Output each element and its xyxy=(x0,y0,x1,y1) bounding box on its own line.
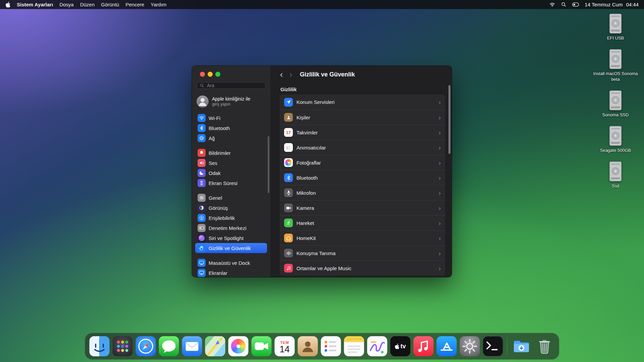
sidebar-item[interactable]: Bildirimler xyxy=(195,148,267,158)
dock-item[interactable] xyxy=(535,336,555,356)
drive-label: Install macOS Sonoma beta xyxy=(590,71,641,82)
dock-item[interactable] xyxy=(437,336,457,356)
page-title: Gizlilik ve Güvenlik xyxy=(300,71,355,78)
sidebar-item[interactable]: Siri ve Spotlight xyxy=(195,233,267,243)
menubar-clock[interactable]: 14 Temmuz Cum 04:44 xyxy=(585,2,639,7)
facetime-icon xyxy=(252,336,272,356)
chevron-right-icon: › xyxy=(439,129,441,136)
menu-item[interactable]: Dosya xyxy=(59,2,74,7)
desktop: Sistem Ayarları Dosya Düzen Görüntü Penc… xyxy=(0,0,644,362)
menu-item[interactable]: Düzen xyxy=(80,2,95,7)
dock-item[interactable] xyxy=(506,337,508,355)
menu-item[interactable]: Yardım xyxy=(151,2,166,7)
content-scrollbar[interactable] xyxy=(448,85,450,154)
photos-app-icon xyxy=(228,336,249,356)
desktop-drive[interactable]: EFI USB xyxy=(590,13,641,41)
sidebar-scrollbar[interactable] xyxy=(268,136,269,193)
sidebar-item[interactable]: Genel xyxy=(195,193,267,203)
dock-item[interactable] xyxy=(113,336,133,356)
privacy-row-label: Takvimler xyxy=(297,130,318,135)
menu-item[interactable]: Sistem Ayarları xyxy=(17,2,53,7)
menu-item[interactable]: Görüntü xyxy=(101,2,119,7)
privacy-row-label: HomeKit xyxy=(297,235,316,241)
desktop-drive[interactable]: Seagate 500GB xyxy=(590,126,641,153)
dock-item[interactable] xyxy=(460,336,480,356)
drive-label: Seagate 500GB xyxy=(600,148,631,153)
privacy-row[interactable]: Konum Servisleri › xyxy=(280,95,445,110)
sidebar-item[interactable]: Gizlilik ve Güvenlik xyxy=(195,243,267,253)
desktop-drive[interactable]: Ssd xyxy=(590,161,641,189)
dock-item[interactable] xyxy=(298,336,318,356)
privacy-row[interactable]: Fotoğraflar › xyxy=(280,155,445,170)
sidebar-list: Wi-Fi Bluetooth Ağ Bildirimler xyxy=(192,113,270,277)
drive-icon xyxy=(606,161,625,182)
row-disclosure: › xyxy=(439,205,441,211)
sidebar-item[interactable]: Denetim Merkezi xyxy=(195,223,267,233)
desktop-drive[interactable]: Sonoma SSD xyxy=(590,90,641,118)
sidebar-item[interactable]: Ağ xyxy=(195,133,267,143)
menu-item[interactable]: Pencere xyxy=(125,2,144,7)
chevron-right-icon: › xyxy=(439,114,441,121)
wifi-status[interactable] xyxy=(549,2,555,7)
search-input[interactable] xyxy=(206,82,263,88)
dock-item[interactable]: tv xyxy=(390,336,411,356)
zoom-button[interactable] xyxy=(215,72,220,77)
speech-icon xyxy=(284,249,293,257)
dock-item[interactable] xyxy=(90,336,110,356)
sidebar-item[interactable]: Ekranlar xyxy=(195,268,267,277)
dock-item[interactable] xyxy=(483,336,503,356)
dock-item[interactable] xyxy=(321,336,341,356)
sidebar-item[interactable]: Ekran Süresi xyxy=(195,178,267,188)
sidebar-item[interactable]: Erişilebilirlik xyxy=(195,213,267,223)
sidebar-item[interactable]: Bluetooth xyxy=(195,123,267,133)
sidebar-item[interactable]: Masaüstü ve Dock xyxy=(195,258,267,268)
dock-item[interactable] xyxy=(367,336,387,356)
dock-item[interactable]: TEM14 xyxy=(275,336,295,356)
display-icon xyxy=(198,269,206,277)
row-disclosure: › xyxy=(439,175,441,181)
dock-item[interactable] xyxy=(205,336,225,356)
desktop-drive[interactable]: Install macOS Sonoma beta xyxy=(590,49,641,82)
privacy-row[interactable]: Kişiler › xyxy=(280,110,445,125)
dock-item[interactable] xyxy=(159,336,179,356)
dock-item[interactable] xyxy=(344,336,364,356)
apple-id-signin[interactable]: Apple kimliğiniz ile giriş yapın xyxy=(197,96,266,108)
privacy-row[interactable]: Kamera › xyxy=(280,200,445,215)
mic-icon xyxy=(284,188,293,197)
dock-item[interactable] xyxy=(136,336,156,356)
privacy-row[interactable]: Bluetooth › xyxy=(280,170,445,185)
privacy-row[interactable]: Anımsatıcılar › xyxy=(280,140,445,155)
dock-item[interactable] xyxy=(512,336,532,356)
dock-item[interactable] xyxy=(228,336,249,356)
reminders-icon xyxy=(284,143,293,152)
sidebar-item-label: Ağ xyxy=(209,135,215,141)
sidebar-item[interactable]: Görünüş xyxy=(195,203,267,213)
apple-menu[interactable] xyxy=(5,2,10,8)
dock-item[interactable] xyxy=(182,336,202,356)
privacy-row[interactable]: Mikrofon › xyxy=(280,185,445,200)
forward-button[interactable]: › xyxy=(286,70,295,79)
search-field[interactable] xyxy=(197,82,266,89)
sidebar-item[interactable]: Ses xyxy=(195,158,267,168)
sidebar-item-label: Erişilebilirlik xyxy=(209,215,235,221)
privacy-row[interactable]: Ortamlar ve Apple Music › xyxy=(280,260,445,276)
privacy-row[interactable]: 17 Takvimler › xyxy=(280,125,445,140)
separator-icon xyxy=(507,337,507,355)
minimize-button[interactable] xyxy=(208,72,213,77)
appletv-icon: tv xyxy=(390,336,411,356)
dock-item[interactable] xyxy=(252,336,272,356)
control-center-status[interactable] xyxy=(572,2,579,7)
menubar-time: 04:44 xyxy=(626,2,639,7)
dock-item[interactable] xyxy=(414,336,434,356)
spotlight-search[interactable] xyxy=(561,2,567,7)
avatar-icon xyxy=(197,96,209,108)
row-disclosure: › xyxy=(439,220,441,226)
sidebar-item[interactable]: Odak xyxy=(195,168,267,178)
back-button[interactable]: ‹ xyxy=(277,70,286,79)
close-button[interactable] xyxy=(200,72,205,77)
music-icon xyxy=(284,264,293,273)
sidebar-item[interactable]: Wi-Fi xyxy=(195,113,267,123)
privacy-row[interactable]: Konuşma Tanıma › xyxy=(280,245,445,260)
privacy-row[interactable]: HomeKit › xyxy=(280,230,445,245)
privacy-row[interactable]: Hareket › xyxy=(280,215,445,230)
